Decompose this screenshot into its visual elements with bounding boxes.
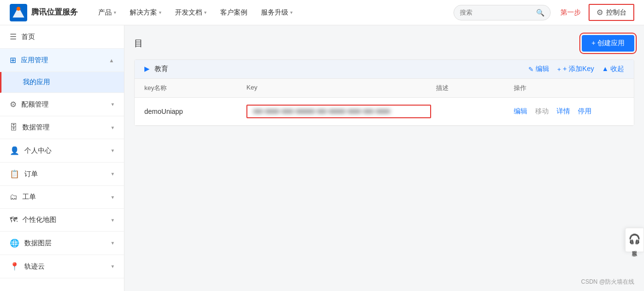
edit-icon: ✎ — [528, 66, 534, 73]
order-icon: 📋 — [10, 169, 19, 179]
content-header: 目 + 创建应用 — [134, 35, 634, 52]
top-navigation: 腾讯位置服务 产品 ▾ 解决方案 ▾ 开发文档 ▾ 客户案例 服务升级 ▾ 🔍 … — [0, 0, 644, 25]
nav-product[interactable]: 产品 ▾ — [92, 5, 122, 20]
create-app-button[interactable]: + 创建应用 — [582, 35, 634, 52]
col-header-appname: key名称 — [144, 84, 242, 92]
table-row: demoUniapp 编辑 — [135, 98, 634, 126]
sidebar-item-personal-center[interactable]: 👤 个人中心 ▾ — [0, 139, 124, 163]
map-icon: 🗺 — [10, 216, 17, 224]
cell-appname: demoUniapp — [144, 108, 242, 115]
nav-cases[interactable]: 客户案例 — [214, 5, 253, 20]
op-edit-link[interactable]: 编辑 — [514, 107, 527, 116]
op-disable-link[interactable]: 停用 — [578, 107, 592, 116]
sidebar-item-my-apps[interactable]: 我的应用 第二部 — [0, 72, 124, 93]
nav-items: 产品 ▾ 解决方案 ▾ 开发文档 ▾ 客户案例 服务升级 ▾ — [92, 5, 453, 20]
headphone-icon: 🎧 — [628, 233, 641, 245]
brand-name: 腾讯位置服务 — [31, 7, 78, 18]
sidebar-sub-menu: 我的应用 第二部 — [0, 72, 124, 93]
sidebar-item-data-layer[interactable]: 🌐 数据图层 ▾ — [0, 232, 124, 255]
chevron-down-icon: ▾ — [111, 194, 114, 200]
svg-point-2 — [17, 7, 20, 11]
chevron-down-icon: ▾ — [111, 263, 114, 270]
support-float-panel[interactable]: 🎧 联系客服 — [625, 228, 644, 252]
cell-ops: 编辑 移动 详情 停用 — [514, 107, 624, 116]
search-icon: 🔍 — [536, 9, 544, 17]
app-section-header: ▶ 教育 ✎ 编辑 + + 添加Key ▲ 收起 — [135, 60, 634, 79]
sidebar-item-trajectory[interactable]: 📍 轨迹云 ▾ — [0, 255, 124, 278]
nav-right: 第一步 ⚙ 控制台 — [560, 4, 634, 21]
col-header-desc: 描述 — [436, 84, 509, 92]
footer-watermark: CSDN @防火墙在线 — [581, 278, 634, 286]
chevron-down-icon: ▾ — [111, 125, 114, 131]
page-title: 目 — [134, 37, 143, 49]
sidebar-item-data-manage[interactable]: 🗄 数据管理 ▾ — [0, 116, 124, 139]
op-move-link[interactable]: 移动 — [535, 107, 549, 116]
col-header-ops: 操作 — [514, 84, 624, 92]
category-icon: ▶ — [144, 65, 150, 73]
cell-key — [246, 105, 431, 118]
nav-solution[interactable]: 解决方案 ▾ — [124, 5, 167, 20]
search-box[interactable]: 🔍 — [453, 5, 551, 20]
trajectory-icon: 📍 — [10, 262, 19, 271]
sidebar-item-orders[interactable]: 📋 订单 ▾ — [0, 163, 124, 186]
search-input[interactable] — [460, 9, 536, 16]
layer-icon: 🌐 — [10, 238, 19, 248]
chevron-down-icon: ▾ — [111, 101, 114, 108]
app-row-actions: ✎ 编辑 + + 添加Key ▲ 收起 — [528, 65, 624, 73]
chevron-down-icon: ▾ — [111, 171, 114, 177]
col-header-key: Key — [246, 84, 431, 92]
chevron-down-icon: ▾ — [111, 147, 114, 154]
chevron-up-icon: ▲ — [109, 57, 114, 63]
nav-devdoc[interactable]: 开发文档 ▾ — [169, 5, 212, 20]
nav-upgrade[interactable]: 服务升级 ▾ — [255, 5, 298, 20]
step-one-link[interactable]: 第一步 — [560, 8, 581, 17]
chevron-down-icon: ▾ — [114, 10, 116, 15]
add-key-link[interactable]: + + 添加Key — [557, 65, 594, 73]
sidebar-item-work-orders[interactable]: 🗂 工单 ▾ — [0, 186, 124, 209]
app-category-label: ▶ 教育 — [144, 65, 168, 73]
sidebar-item-app-manage[interactable]: ⊞ 应用管理 ▲ — [0, 49, 124, 72]
logo-icon — [10, 4, 27, 21]
app-table: ▶ 教育 ✎ 编辑 + + 添加Key ▲ 收起 — [134, 59, 634, 126]
chevron-down-icon: ▾ — [111, 240, 114, 246]
chevron-down-icon: ▾ — [204, 10, 207, 15]
console-button[interactable]: ⚙ 控制台 — [589, 4, 634, 21]
sidebar: ☰ 首页 ⊞ 应用管理 ▲ 我的应用 第二部 ⚙ 配额管理 ▾ 🗄 数据管理 ▾… — [0, 25, 124, 291]
console-icon: ⚙ — [596, 8, 603, 17]
chevron-down-icon: ▾ — [111, 217, 114, 223]
main-content: 目 + 创建应用 ▶ 教育 ✎ 编辑 + + 添加Key — [124, 25, 644, 291]
home-icon: ☰ — [10, 32, 17, 41]
user-icon: 👤 — [10, 146, 19, 155]
grid-icon: ⊞ — [10, 55, 16, 65]
sidebar-item-home[interactable]: ☰ 首页 — [0, 25, 124, 49]
edit-app-link[interactable]: ✎ 编辑 — [528, 65, 549, 73]
chevron-down-icon: ▾ — [159, 10, 161, 15]
op-detail-link[interactable]: 详情 — [557, 107, 570, 116]
sidebar-item-quota-manage[interactable]: ⚙ 配额管理 ▾ — [0, 93, 124, 116]
database-icon: 🗄 — [10, 123, 17, 132]
settings-icon: ⚙ — [10, 100, 17, 109]
key-value-blurred — [253, 109, 424, 113]
main-layout: ☰ 首页 ⊞ 应用管理 ▲ 我的应用 第二部 ⚙ 配额管理 ▾ 🗄 数据管理 ▾… — [0, 25, 644, 291]
chevron-down-icon: ▾ — [290, 10, 293, 15]
workorder-icon: 🗂 — [10, 193, 17, 201]
table-header-row: key名称 Key 描述 操作 — [135, 79, 634, 98]
logo[interactable]: 腾讯位置服务 — [10, 4, 78, 21]
plus-icon: + — [557, 66, 561, 73]
collapse-link[interactable]: ▲ 收起 — [602, 65, 624, 73]
sidebar-item-custom-map[interactable]: 🗺 个性化地图 ▾ — [0, 209, 124, 232]
